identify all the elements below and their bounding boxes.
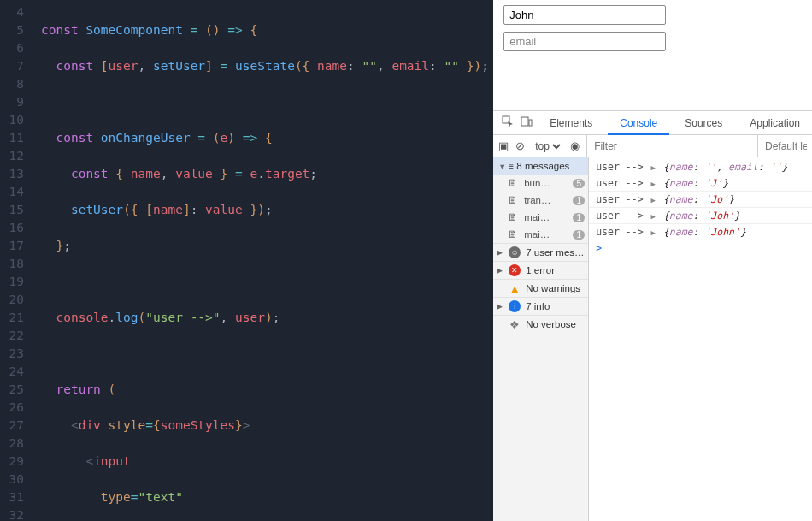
sidebar-group-warn[interactable]: ▲No warnings bbox=[493, 279, 588, 297]
file-count: 1 bbox=[573, 213, 585, 222]
caret-icon: ▶ bbox=[497, 266, 503, 275]
caret-icon: ▶ bbox=[497, 248, 503, 257]
group-label: 1 error bbox=[526, 265, 555, 275]
svg-rect-1 bbox=[521, 117, 528, 126]
group-label: No verbose bbox=[526, 319, 576, 329]
file-icon: 🗎 bbox=[507, 211, 519, 223]
group-label: No warnings bbox=[526, 283, 580, 293]
line-number: 5 bbox=[0, 21, 32, 39]
sidebar-toggle-icon[interactable]: ▣ bbox=[498, 139, 509, 152]
sidebar-file-row[interactable]: 🗎bun…5 bbox=[493, 175, 588, 192]
info-icon: i bbox=[509, 300, 521, 312]
live-expr-icon[interactable]: ◉ bbox=[570, 139, 580, 152]
line-number: 27 bbox=[0, 417, 32, 435]
line-number: 19 bbox=[0, 273, 32, 291]
file-count: 5 bbox=[573, 179, 585, 188]
app-preview bbox=[493, 0, 812, 111]
clear-console-icon[interactable]: ⊘ bbox=[515, 139, 525, 152]
console-log-line[interactable]: user --> ▶ {name: 'John'} bbox=[589, 224, 812, 240]
line-number: 31 bbox=[0, 488, 32, 506]
file-icon: 🗎 bbox=[507, 194, 519, 206]
console-log-line[interactable]: user --> ▶ {name: '', email: ''} bbox=[589, 159, 812, 175]
line-number: 29 bbox=[0, 453, 32, 471]
line-number: 15 bbox=[0, 201, 32, 219]
err-icon: ✕ bbox=[509, 264, 521, 276]
line-number: 21 bbox=[0, 309, 32, 327]
sidebar-file-row[interactable]: 🗎mai…1 bbox=[493, 226, 588, 243]
line-number: 16 bbox=[0, 219, 32, 237]
console-log-line[interactable]: user --> ▶ {name: 'J'} bbox=[589, 175, 812, 192]
warn-icon: ▲ bbox=[509, 282, 521, 294]
file-icon: 🗎 bbox=[507, 177, 519, 189]
group-label: 7 user mes… bbox=[526, 247, 584, 258]
line-number: 20 bbox=[0, 291, 32, 309]
messages-header[interactable]: ▼ ≡ 8 messages bbox=[493, 157, 588, 175]
sidebar-group-user[interactable]: ▶☺7 user mes… bbox=[493, 243, 588, 261]
code-area[interactable]: const SomeComponent = () => { const [use… bbox=[32, 0, 493, 521]
line-number: 14 bbox=[0, 183, 32, 201]
code-editor[interactable]: 4567891011121314151617181920212223242526… bbox=[0, 0, 493, 521]
context-select[interactable]: top bbox=[532, 139, 563, 153]
file-count: 1 bbox=[573, 230, 585, 240]
file-label: tran… bbox=[524, 195, 568, 205]
file-label: mai… bbox=[524, 212, 568, 222]
sidebar-group-err[interactable]: ▶✕1 error bbox=[493, 261, 588, 279]
line-number: 8 bbox=[0, 75, 32, 93]
line-number: 10 bbox=[0, 111, 32, 129]
line-number: 11 bbox=[0, 129, 32, 147]
name-input[interactable] bbox=[503, 5, 666, 25]
line-number: 25 bbox=[0, 381, 32, 399]
line-gutter: 4567891011121314151617181920212223242526… bbox=[0, 0, 32, 521]
file-count: 1 bbox=[573, 196, 585, 205]
line-number: 22 bbox=[0, 327, 32, 345]
line-number: 4 bbox=[0, 3, 32, 21]
inspect-icon[interactable] bbox=[500, 115, 515, 130]
console-log-line[interactable]: user --> ▶ {name: 'Jo'} bbox=[589, 192, 812, 208]
line-number: 26 bbox=[0, 399, 32, 417]
line-number: 24 bbox=[0, 363, 32, 381]
tab-elements[interactable]: Elements bbox=[538, 111, 604, 135]
group-label: 7 info bbox=[526, 301, 550, 311]
line-number: 28 bbox=[0, 435, 32, 453]
console-prompt[interactable]: > bbox=[589, 240, 812, 256]
file-icon: 🗎 bbox=[507, 228, 519, 240]
line-number: 6 bbox=[0, 39, 32, 57]
messages-count: 8 messages bbox=[516, 161, 569, 171]
console-log-line[interactable]: user --> ▶ {name: 'Joh'} bbox=[589, 208, 812, 224]
line-number: 17 bbox=[0, 237, 32, 255]
devtools-panel: Elements Console Sources Application ▣ ⊘… bbox=[493, 111, 812, 521]
console-sidebar: ▼ ≡ 8 messages 🗎bun…5🗎tran…1🗎mai…1🗎mai…1… bbox=[493, 157, 589, 521]
user-icon: ☺ bbox=[509, 246, 521, 258]
console-toolbar: ▣ ⊘ top ◉ Default lev bbox=[493, 135, 812, 157]
sidebar-group-info[interactable]: ▶i7 info bbox=[493, 297, 588, 315]
svg-rect-2 bbox=[529, 120, 532, 126]
line-number: 18 bbox=[0, 255, 32, 273]
line-number: 23 bbox=[0, 345, 32, 363]
verb-icon: ❖ bbox=[509, 318, 521, 330]
tab-console[interactable]: Console bbox=[608, 111, 669, 135]
sidebar-file-row[interactable]: 🗎mai…1 bbox=[493, 209, 588, 226]
line-number: 32 bbox=[0, 506, 32, 521]
email-input[interactable] bbox=[503, 32, 666, 51]
sidebar-group-verb[interactable]: ❖No verbose bbox=[493, 315, 588, 333]
caret-icon: ▶ bbox=[497, 302, 503, 311]
device-icon[interactable] bbox=[519, 115, 534, 130]
sidebar-file-row[interactable]: 🗎tran…1 bbox=[493, 192, 588, 209]
line-number: 7 bbox=[0, 57, 32, 75]
log-levels-label[interactable]: Default lev bbox=[757, 135, 807, 157]
console-log-area[interactable]: user --> ▶ {name: '', email: ''}user -->… bbox=[589, 157, 812, 521]
line-number: 30 bbox=[0, 471, 32, 488]
line-number: 13 bbox=[0, 165, 32, 183]
line-number: 12 bbox=[0, 147, 32, 165]
line-number: 9 bbox=[0, 93, 32, 111]
file-label: bun… bbox=[524, 178, 568, 188]
tab-application[interactable]: Application bbox=[738, 111, 812, 135]
file-label: mai… bbox=[524, 229, 568, 240]
console-filter-input[interactable] bbox=[586, 135, 750, 157]
tab-sources[interactable]: Sources bbox=[673, 111, 734, 135]
devtools-tabs: Elements Console Sources Application bbox=[493, 111, 812, 135]
